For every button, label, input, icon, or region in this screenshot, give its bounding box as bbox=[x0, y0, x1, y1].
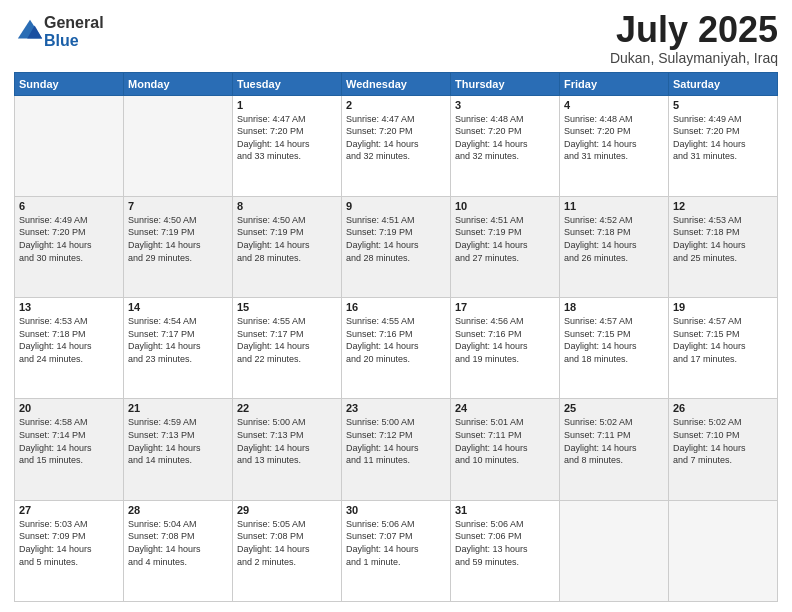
day-number: 24 bbox=[455, 402, 555, 414]
day-number: 3 bbox=[455, 99, 555, 111]
day-info: Sunrise: 4:54 AM Sunset: 7:17 PM Dayligh… bbox=[128, 315, 228, 365]
header-tuesday: Tuesday bbox=[233, 72, 342, 95]
day-number: 26 bbox=[673, 402, 773, 414]
day-info: Sunrise: 5:00 AM Sunset: 7:13 PM Dayligh… bbox=[237, 416, 337, 466]
header-monday: Monday bbox=[124, 72, 233, 95]
day-number: 29 bbox=[237, 504, 337, 516]
day-info: Sunrise: 4:57 AM Sunset: 7:15 PM Dayligh… bbox=[564, 315, 664, 365]
header-friday: Friday bbox=[560, 72, 669, 95]
table-row bbox=[15, 95, 124, 196]
day-number: 7 bbox=[128, 200, 228, 212]
day-number: 21 bbox=[128, 402, 228, 414]
day-info: Sunrise: 5:00 AM Sunset: 7:12 PM Dayligh… bbox=[346, 416, 446, 466]
table-row: 21Sunrise: 4:59 AM Sunset: 7:13 PM Dayli… bbox=[124, 399, 233, 500]
day-number: 18 bbox=[564, 301, 664, 313]
day-info: Sunrise: 4:51 AM Sunset: 7:19 PM Dayligh… bbox=[346, 214, 446, 264]
day-number: 31 bbox=[455, 504, 555, 516]
logo-icon bbox=[16, 18, 44, 46]
day-info: Sunrise: 4:59 AM Sunset: 7:13 PM Dayligh… bbox=[128, 416, 228, 466]
day-info: Sunrise: 5:03 AM Sunset: 7:09 PM Dayligh… bbox=[19, 518, 119, 568]
day-info: Sunrise: 5:04 AM Sunset: 7:08 PM Dayligh… bbox=[128, 518, 228, 568]
location-title: Dukan, Sulaymaniyah, Iraq bbox=[610, 50, 778, 66]
table-row: 24Sunrise: 5:01 AM Sunset: 7:11 PM Dayli… bbox=[451, 399, 560, 500]
day-info: Sunrise: 5:01 AM Sunset: 7:11 PM Dayligh… bbox=[455, 416, 555, 466]
day-info: Sunrise: 4:56 AM Sunset: 7:16 PM Dayligh… bbox=[455, 315, 555, 365]
day-number: 27 bbox=[19, 504, 119, 516]
table-row: 26Sunrise: 5:02 AM Sunset: 7:10 PM Dayli… bbox=[669, 399, 778, 500]
day-info: Sunrise: 4:47 AM Sunset: 7:20 PM Dayligh… bbox=[237, 113, 337, 163]
table-row: 20Sunrise: 4:58 AM Sunset: 7:14 PM Dayli… bbox=[15, 399, 124, 500]
header: General Blue July 2025 Dukan, Sulaymaniy… bbox=[14, 10, 778, 66]
table-row: 25Sunrise: 5:02 AM Sunset: 7:11 PM Dayli… bbox=[560, 399, 669, 500]
day-info: Sunrise: 4:53 AM Sunset: 7:18 PM Dayligh… bbox=[673, 214, 773, 264]
calendar-week-row: 20Sunrise: 4:58 AM Sunset: 7:14 PM Dayli… bbox=[15, 399, 778, 500]
day-info: Sunrise: 4:48 AM Sunset: 7:20 PM Dayligh… bbox=[564, 113, 664, 163]
title-block: July 2025 Dukan, Sulaymaniyah, Iraq bbox=[610, 10, 778, 66]
day-info: Sunrise: 4:57 AM Sunset: 7:15 PM Dayligh… bbox=[673, 315, 773, 365]
day-number: 8 bbox=[237, 200, 337, 212]
day-number: 13 bbox=[19, 301, 119, 313]
table-row: 10Sunrise: 4:51 AM Sunset: 7:19 PM Dayli… bbox=[451, 196, 560, 297]
day-number: 19 bbox=[673, 301, 773, 313]
day-info: Sunrise: 4:49 AM Sunset: 7:20 PM Dayligh… bbox=[19, 214, 119, 264]
day-info: Sunrise: 5:02 AM Sunset: 7:11 PM Dayligh… bbox=[564, 416, 664, 466]
calendar-header-row: Sunday Monday Tuesday Wednesday Thursday… bbox=[15, 72, 778, 95]
day-number: 1 bbox=[237, 99, 337, 111]
table-row: 7Sunrise: 4:50 AM Sunset: 7:19 PM Daylig… bbox=[124, 196, 233, 297]
day-info: Sunrise: 4:48 AM Sunset: 7:20 PM Dayligh… bbox=[455, 113, 555, 163]
table-row: 4Sunrise: 4:48 AM Sunset: 7:20 PM Daylig… bbox=[560, 95, 669, 196]
day-number: 2 bbox=[346, 99, 446, 111]
day-info: Sunrise: 4:58 AM Sunset: 7:14 PM Dayligh… bbox=[19, 416, 119, 466]
day-number: 10 bbox=[455, 200, 555, 212]
day-info: Sunrise: 5:02 AM Sunset: 7:10 PM Dayligh… bbox=[673, 416, 773, 466]
table-row: 13Sunrise: 4:53 AM Sunset: 7:18 PM Dayli… bbox=[15, 298, 124, 399]
day-number: 16 bbox=[346, 301, 446, 313]
table-row: 30Sunrise: 5:06 AM Sunset: 7:07 PM Dayli… bbox=[342, 500, 451, 601]
table-row bbox=[669, 500, 778, 601]
calendar-week-row: 1Sunrise: 4:47 AM Sunset: 7:20 PM Daylig… bbox=[15, 95, 778, 196]
header-sunday: Sunday bbox=[15, 72, 124, 95]
header-wednesday: Wednesday bbox=[342, 72, 451, 95]
table-row: 28Sunrise: 5:04 AM Sunset: 7:08 PM Dayli… bbox=[124, 500, 233, 601]
header-thursday: Thursday bbox=[451, 72, 560, 95]
table-row: 1Sunrise: 4:47 AM Sunset: 7:20 PM Daylig… bbox=[233, 95, 342, 196]
day-info: Sunrise: 4:49 AM Sunset: 7:20 PM Dayligh… bbox=[673, 113, 773, 163]
day-info: Sunrise: 4:47 AM Sunset: 7:20 PM Dayligh… bbox=[346, 113, 446, 163]
table-row bbox=[124, 95, 233, 196]
table-row: 15Sunrise: 4:55 AM Sunset: 7:17 PM Dayli… bbox=[233, 298, 342, 399]
table-row: 8Sunrise: 4:50 AM Sunset: 7:19 PM Daylig… bbox=[233, 196, 342, 297]
day-info: Sunrise: 4:50 AM Sunset: 7:19 PM Dayligh… bbox=[237, 214, 337, 264]
page: General Blue July 2025 Dukan, Sulaymaniy… bbox=[0, 0, 792, 612]
logo-blue: Blue bbox=[44, 32, 104, 50]
day-number: 11 bbox=[564, 200, 664, 212]
table-row: 14Sunrise: 4:54 AM Sunset: 7:17 PM Dayli… bbox=[124, 298, 233, 399]
logo-text: General Blue bbox=[44, 14, 104, 49]
calendar-week-row: 6Sunrise: 4:49 AM Sunset: 7:20 PM Daylig… bbox=[15, 196, 778, 297]
table-row: 17Sunrise: 4:56 AM Sunset: 7:16 PM Dayli… bbox=[451, 298, 560, 399]
day-number: 9 bbox=[346, 200, 446, 212]
day-info: Sunrise: 5:06 AM Sunset: 7:06 PM Dayligh… bbox=[455, 518, 555, 568]
header-saturday: Saturday bbox=[669, 72, 778, 95]
table-row bbox=[560, 500, 669, 601]
table-row: 6Sunrise: 4:49 AM Sunset: 7:20 PM Daylig… bbox=[15, 196, 124, 297]
table-row: 19Sunrise: 4:57 AM Sunset: 7:15 PM Dayli… bbox=[669, 298, 778, 399]
table-row: 18Sunrise: 4:57 AM Sunset: 7:15 PM Dayli… bbox=[560, 298, 669, 399]
table-row: 2Sunrise: 4:47 AM Sunset: 7:20 PM Daylig… bbox=[342, 95, 451, 196]
day-info: Sunrise: 4:55 AM Sunset: 7:16 PM Dayligh… bbox=[346, 315, 446, 365]
table-row: 3Sunrise: 4:48 AM Sunset: 7:20 PM Daylig… bbox=[451, 95, 560, 196]
day-number: 4 bbox=[564, 99, 664, 111]
day-number: 17 bbox=[455, 301, 555, 313]
day-number: 6 bbox=[19, 200, 119, 212]
day-info: Sunrise: 4:55 AM Sunset: 7:17 PM Dayligh… bbox=[237, 315, 337, 365]
table-row: 22Sunrise: 5:00 AM Sunset: 7:13 PM Dayli… bbox=[233, 399, 342, 500]
table-row: 12Sunrise: 4:53 AM Sunset: 7:18 PM Dayli… bbox=[669, 196, 778, 297]
day-info: Sunrise: 4:50 AM Sunset: 7:19 PM Dayligh… bbox=[128, 214, 228, 264]
table-row: 9Sunrise: 4:51 AM Sunset: 7:19 PM Daylig… bbox=[342, 196, 451, 297]
day-number: 30 bbox=[346, 504, 446, 516]
day-number: 20 bbox=[19, 402, 119, 414]
logo-general: General bbox=[44, 14, 104, 32]
day-info: Sunrise: 5:06 AM Sunset: 7:07 PM Dayligh… bbox=[346, 518, 446, 568]
day-number: 15 bbox=[237, 301, 337, 313]
day-number: 25 bbox=[564, 402, 664, 414]
day-number: 14 bbox=[128, 301, 228, 313]
